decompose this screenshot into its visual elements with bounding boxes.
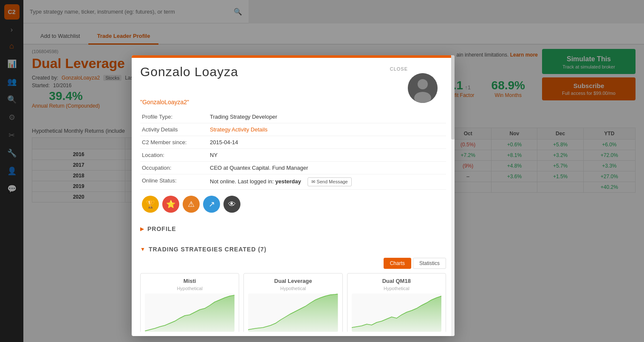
profile-section-title: PROFILE: [147, 225, 176, 232]
online-status-label: Online Status:: [140, 174, 208, 190]
last-logged-value: yesterday: [275, 178, 301, 185]
card-label-misti: Hypothetical: [145, 286, 234, 291]
strategies-section: ▼ TRADING STRATEGIES CREATED (7) Charts …: [140, 239, 446, 332]
chart-toggle: Charts Statistics: [140, 258, 446, 269]
profile-table: Profile Type: Trading Strategy Developer…: [140, 111, 446, 190]
dual-leverage-chart-svg: [248, 294, 338, 332]
profile-section-header[interactable]: ▶ PROFILE: [140, 223, 446, 235]
svg-point-1: [418, 79, 428, 89]
statistics-toggle-button[interactable]: Statistics: [413, 258, 446, 269]
activity-details-row: Activity Details Strategy Activity Detai…: [140, 123, 446, 136]
online-status-row: Online Status: Not online. Last logged i…: [140, 174, 446, 190]
badge-share[interactable]: ↗: [203, 196, 220, 213]
occupation-label: Occupation:: [140, 162, 208, 174]
card-chart-dual-qm18: [352, 294, 441, 332]
send-message-button[interactable]: ✉ Send Message: [308, 177, 351, 186]
modal-scrollbar[interactable]: [451, 55, 455, 336]
card-chart-misti: [145, 294, 234, 332]
occupation-row: Occupation: CEO at Quantex Capital. Fund…: [140, 162, 446, 174]
activity-details-label: Activity Details: [140, 123, 208, 136]
occupation-value: CEO at Quantex Capital. Fund Manager: [208, 162, 446, 174]
card-name-dual-leverage: Dual Leverage: [248, 278, 338, 284]
profile-type-value: Trading Strategy Developer: [208, 111, 446, 123]
strategies-section-title: TRADING STRATEGIES CREATED (7): [149, 246, 267, 253]
svg-marker-3: [145, 295, 234, 332]
modal-header: Gonzalo Loayza CLOSE: [132, 58, 455, 99]
card-chart-dual-leverage: [248, 294, 338, 332]
badge-eye[interactable]: 👁: [223, 196, 240, 213]
activity-details-link-cell: Strategy Activity Details: [208, 123, 446, 136]
profile-section: ▶ PROFILE: [140, 219, 446, 239]
profile-type-label: Profile Type:: [140, 111, 208, 123]
modal-username[interactable]: "GonzaloLoayza2": [132, 99, 455, 111]
charts-toggle-button[interactable]: Charts: [384, 258, 411, 269]
badge-alert[interactable]: ⚠: [183, 196, 200, 213]
badges-row: 🏆 ⭐ ⚠ ↗ 👁: [140, 190, 446, 219]
strategy-cards: Misti Hypothetical: [140, 273, 446, 332]
card-label-dual-leverage: Hypothetical: [248, 286, 338, 291]
online-status-value: Not online. Last logged in: yesterday ✉ …: [208, 174, 446, 190]
badge-trophy[interactable]: 🏆: [142, 196, 159, 213]
card-name-dual-qm18: Dual QM18: [352, 278, 441, 284]
member-since-value: 2015-04-14: [208, 136, 446, 149]
modal-body: Profile Type: Trading Strategy Developer…: [132, 111, 455, 332]
modal-title: Gonzalo Loayza: [140, 65, 238, 79]
dual-qm18-chart-svg: [352, 294, 441, 332]
location-value: NY: [208, 149, 446, 162]
strategy-card-dual-qm18[interactable]: Dual QM18 Hypothetical: [347, 273, 446, 332]
member-since-row: C2 Member since: 2015-04-14: [140, 136, 446, 149]
badge-star[interactable]: ⭐: [162, 196, 179, 213]
location-row: Location: NY: [140, 149, 446, 162]
avatar-svg: [408, 73, 438, 103]
member-since-label: C2 Member since:: [140, 136, 208, 149]
location-label: Location:: [140, 149, 208, 162]
modal-scrollbar-thumb: [451, 55, 455, 140]
card-label-dual-qm18: Hypothetical: [352, 286, 441, 291]
misti-chart-svg: [145, 294, 234, 332]
svg-marker-5: [352, 296, 441, 332]
avatar: [408, 73, 438, 103]
modal-close-button[interactable]: CLOSE: [387, 65, 411, 73]
online-status-text: Not online. Last logged in:: [210, 178, 274, 185]
card-name-misti: Misti: [145, 278, 234, 284]
profile-chevron-right: ▶: [140, 226, 144, 232]
strategies-chevron-down: ▼: [140, 246, 145, 252]
strategy-card-misti[interactable]: Misti Hypothetical: [140, 273, 239, 332]
profile-type-row: Profile Type: Trading Strategy Developer: [140, 111, 446, 123]
profile-modal: Gonzalo Loayza CLOSE "GonzaloLoayza2" Pr…: [132, 55, 455, 336]
strategies-header[interactable]: ▼ TRADING STRATEGIES CREATED (7): [140, 243, 446, 258]
strategy-card-dual-leverage[interactable]: Dual Leverage Hypothetical: [243, 273, 342, 332]
strategy-activity-link[interactable]: Strategy Activity Details: [210, 126, 268, 133]
